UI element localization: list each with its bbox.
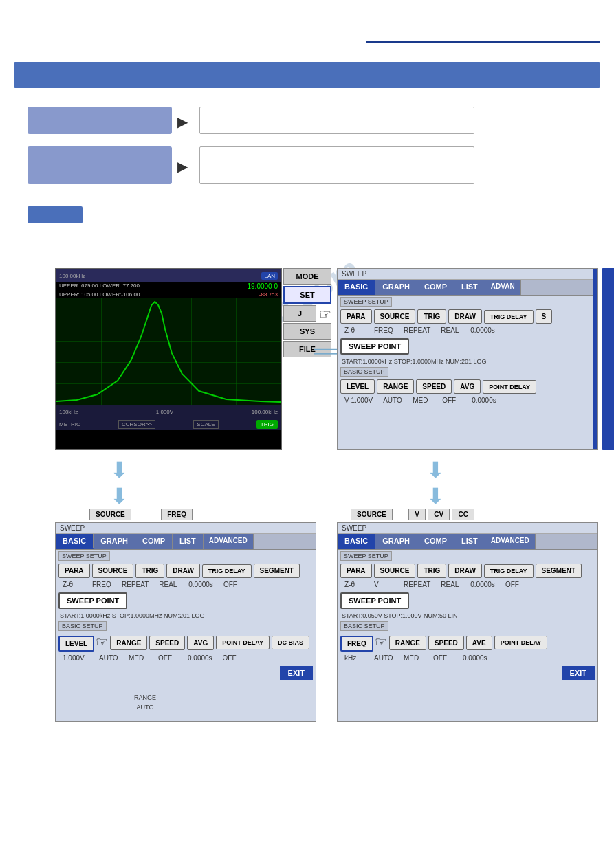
val-row1-br: Z-θ V REPEAT REAL 0.0000s OFF: [338, 579, 597, 590]
source-btn-top[interactable]: SOURCE: [374, 309, 416, 324]
val-speed-bl: MED: [124, 654, 152, 663]
segment-btn-bl[interactable]: SEGMENT: [254, 564, 300, 578]
small-label-box: [28, 206, 83, 223]
val-avg-bl: OFF: [154, 654, 182, 663]
speed-btn-bl[interactable]: SPEED: [149, 636, 185, 650]
set-button[interactable]: SET: [283, 286, 331, 304]
level-btn-top[interactable]: LEVEL: [340, 379, 375, 394]
bottom-freq-left: 100kHz: [59, 409, 78, 415]
para-btn-top[interactable]: PARA: [340, 309, 372, 324]
sweep-label-bl: SWEEP: [56, 523, 316, 534]
sweep-setup-label-bl: SWEEP SETUP: [58, 551, 110, 561]
speed-btn-top[interactable]: SPEED: [416, 379, 452, 394]
exit-btn-br[interactable]: EXIT: [562, 666, 595, 680]
bottom-line: [14, 847, 600, 847]
val-segment-br: OFF: [501, 580, 529, 589]
val-speed-br: MED: [399, 654, 427, 663]
source-btn-br[interactable]: SOURCE: [374, 564, 416, 578]
draw-btn-br[interactable]: DRAW: [448, 564, 482, 578]
tab-basic-br[interactable]: BASIC: [338, 534, 375, 549]
tab-basic-top[interactable]: BASIC: [338, 280, 375, 295]
sweep-point-btn-bl[interactable]: SWEEP POINT: [58, 592, 127, 609]
draw-btn-bl[interactable]: DRAW: [166, 564, 200, 578]
j-button[interactable]: J: [283, 305, 316, 322]
val-freq-br: kHz: [340, 654, 368, 663]
tab-graph-br[interactable]: GRAPH: [375, 534, 417, 549]
mode-button[interactable]: MODE: [283, 268, 331, 285]
range-auto-annotation: RANGE AUTO: [129, 692, 161, 711]
right-sidebar-indicator: [602, 268, 614, 450]
source-btn-bl[interactable]: SOURCE: [92, 564, 134, 578]
point-delay-btn-br[interactable]: POINT DELAY: [494, 636, 548, 649]
cv-label-right: CV: [428, 509, 450, 520]
trig-delay-btn-bl[interactable]: TRIG DELAY: [202, 564, 252, 578]
flow-diagram: ▶ ▶: [28, 107, 605, 196]
basic-setup-label-top: BASIC SETUP: [340, 367, 388, 377]
val-row1-bl: Z-θ FREQ REPEAT REAL 0.0000s OFF: [56, 579, 316, 590]
tab-advan-top[interactable]: ADVAN: [485, 280, 521, 295]
tab-comp-bl[interactable]: COMP: [135, 534, 173, 549]
upper-lower-1: UPPER: 679.00 LOWER: 77.200: [59, 282, 140, 290]
level-btn-bl[interactable]: LEVEL: [58, 636, 94, 652]
btn-row1-bl: PARA SOURCE TRIG DRAW TRIG DELAY SEGMENT: [56, 562, 316, 579]
tab-list-bl[interactable]: LIST: [173, 534, 204, 549]
cursor-label: CURSOR>>: [118, 420, 155, 429]
point-delay-btn-top[interactable]: POINT DELAY: [483, 380, 536, 394]
point-delay-btn-bl[interactable]: POINT DELAY: [216, 636, 270, 649]
speed-btn-br[interactable]: SPEED: [428, 636, 464, 650]
sweep-point-btn-top[interactable]: SWEEP POINT: [340, 338, 409, 355]
tab-bar-bl: BASIC GRAPH COMP LIST ADVANCED: [56, 534, 316, 550]
basic-setup-label-bl: BASIC SETUP: [58, 621, 107, 631]
tab-list-top[interactable]: LIST: [454, 280, 485, 295]
val-draw-br: REAL: [437, 580, 464, 589]
para-btn-bl[interactable]: PARA: [58, 564, 90, 578]
tab-graph-bl[interactable]: GRAPH: [94, 534, 135, 549]
trig-btn-bl[interactable]: TRIG: [135, 564, 164, 578]
exit-btn-bl[interactable]: EXIT: [280, 666, 313, 680]
val-pointdelay-top: 0.0000s: [468, 396, 501, 405]
flow-left-box-1: [28, 107, 172, 134]
analyzer-button-row: METRIC CURSOR>> SCALE TRIG: [56, 419, 281, 430]
tab-basic-bl[interactable]: BASIC: [56, 534, 94, 549]
trig-delay-btn-br[interactable]: TRIG DELAY: [484, 564, 534, 578]
btn-row2-br: FREQ ☞ RANGE SPEED AVE POINT DELAY: [338, 632, 597, 653]
val-avg-top: OFF: [438, 396, 465, 405]
tab-advanced-br[interactable]: ADVANCED: [485, 534, 536, 549]
trig-btn-top[interactable]: TRIG: [417, 309, 446, 324]
range-btn-br[interactable]: RANGE: [389, 636, 426, 650]
analyzer-bottom-bar: 100kHz 1.000V 100.00kHz: [56, 405, 281, 419]
val-level-top: V 1.000V: [340, 396, 377, 405]
trig-btn-br[interactable]: TRIG: [417, 564, 446, 578]
avg-btn-bl[interactable]: AVG: [187, 636, 214, 650]
val-para-bl: Z-θ: [58, 580, 86, 589]
val-draw-top: REAL: [437, 326, 464, 335]
val-dcbias-bl: OFF: [219, 654, 246, 663]
tab-comp-top[interactable]: COMP: [417, 280, 454, 295]
range-btn-top[interactable]: RANGE: [377, 379, 414, 394]
trig-delay-btn-top[interactable]: TRIG DELAY: [484, 310, 534, 324]
segment-btn-br[interactable]: SEGMENT: [536, 564, 582, 578]
range-btn-bl[interactable]: RANGE: [110, 636, 147, 650]
val-source-top: FREQ: [370, 326, 397, 335]
trig-button[interactable]: TRIG: [256, 420, 278, 429]
val-pointdelay-br: 0.0000s: [459, 654, 492, 663]
val-row2-br: kHz AUTO MED OFF 0.0000s: [338, 653, 597, 663]
avg-btn-top[interactable]: AVG: [454, 379, 481, 394]
val-row2-top: V 1.000V AUTO MED OFF 0.0000s: [338, 395, 597, 405]
val-range-br: AUTO: [370, 654, 397, 663]
freq-btn-br[interactable]: FREQ: [340, 636, 373, 652]
tab-comp-br[interactable]: COMP: [417, 534, 454, 549]
cursor-line: [155, 298, 155, 405]
val-trig-top: REPEAT: [399, 326, 435, 335]
s-btn-top[interactable]: S: [536, 309, 553, 324]
ave-btn-br[interactable]: AVE: [466, 636, 492, 650]
para-btn-br[interactable]: PARA: [340, 564, 372, 578]
dc-bias-btn-bl[interactable]: DC BIAS: [272, 636, 309, 649]
freq-highlight: 19.0000 0: [248, 282, 278, 290]
tab-graph-top[interactable]: GRAPH: [375, 280, 417, 295]
draw-btn-top[interactable]: DRAW: [448, 309, 482, 324]
tab-list-br[interactable]: LIST: [454, 534, 485, 549]
val-row2-bl: 1.000V AUTO MED OFF 0.0000s OFF: [56, 653, 316, 663]
sweep-point-btn-br[interactable]: SWEEP POINT: [340, 592, 409, 609]
tab-advanced-bl[interactable]: ADVANCED: [204, 534, 254, 549]
